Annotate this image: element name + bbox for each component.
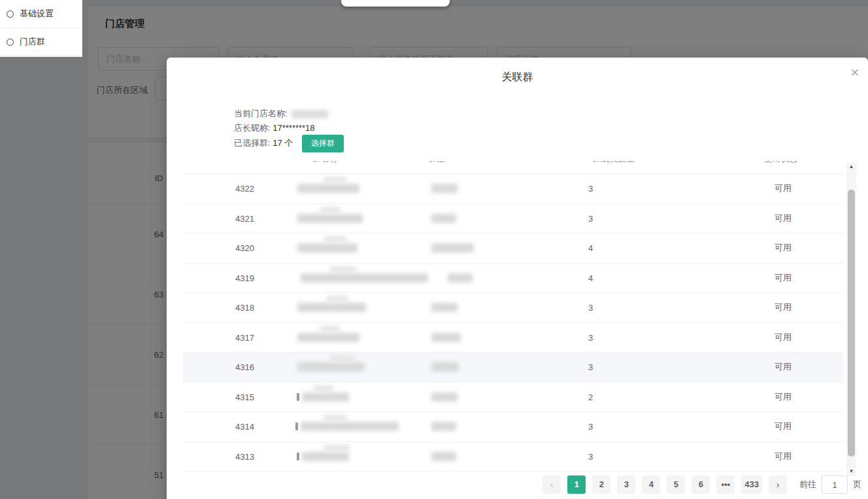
- page-button-433[interactable]: 433: [741, 475, 762, 494]
- pagination: ‹ 123456•••433 › 前往 页: [539, 475, 861, 494]
- next-page-button[interactable]: ›: [769, 475, 787, 494]
- redacted-group-name-line2: [330, 355, 355, 362]
- group-row: 43183可用: [183, 293, 843, 323]
- member-count-cell: 3: [588, 451, 593, 461]
- circle-icon: [7, 39, 14, 46]
- redacted-group-name-line2: [314, 385, 333, 392]
- redacted-group-name: [301, 273, 428, 283]
- page-button-6[interactable]: 6: [692, 475, 710, 494]
- dialog-title: 关联群: [167, 71, 868, 84]
- groups-table: ID群名称群主群成员数量使用状态 43223可用43213可用43204可用43…: [183, 161, 843, 472]
- groups-table-header-cell: 群名称: [312, 161, 338, 165]
- page-button-3[interactable]: 3: [617, 475, 635, 494]
- member-count-cell: 2: [588, 392, 593, 402]
- select-groups-button[interactable]: 选择群: [302, 135, 344, 152]
- redacted-group-owner: [431, 392, 458, 402]
- member-count-cell: 3: [588, 422, 593, 432]
- sidebar-item-store-groups[interactable]: 门店群: [0, 28, 82, 56]
- manager-label: 店长昵称:: [234, 123, 271, 133]
- status-cell: 可用: [775, 391, 792, 403]
- redacted-group-name-line2: [320, 326, 340, 332]
- groups-table-header: ID群名称群主群成员数量使用状态: [183, 161, 843, 174]
- status-cell: 可用: [775, 332, 792, 343]
- group-row: 43213可用: [183, 204, 843, 234]
- page-button-5[interactable]: 5: [667, 475, 685, 494]
- member-count-cell: 3: [588, 332, 593, 342]
- group-id-cell: 4314: [235, 422, 254, 432]
- redacted-group-name-line2: [330, 266, 356, 273]
- redacted-group-owner: [431, 333, 461, 342]
- status-cell: 可用: [775, 272, 792, 284]
- redacted-group-owner: [431, 184, 458, 193]
- redacted-group-owner: [431, 362, 459, 371]
- redacted-group-name-line2: [327, 296, 348, 302]
- more-pages-button[interactable]: •••: [716, 475, 735, 494]
- redacted-group-name: [302, 392, 349, 402]
- circle-icon: [7, 10, 14, 18]
- group-row: 43143可用: [183, 412, 843, 442]
- group-id-cell: 4315: [235, 392, 254, 402]
- page-button-2[interactable]: 2: [592, 475, 610, 494]
- table-scrollbar[interactable]: ▲ ▼: [846, 162, 856, 476]
- group-row: 43133可用: [183, 442, 843, 472]
- group-id-cell: 4313: [235, 451, 254, 461]
- group-row: 43152可用: [183, 383, 843, 413]
- sidebar-item-label: 基础设置: [20, 8, 54, 20]
- goto-label: 前往: [799, 479, 816, 490]
- goto-page: 前往 页: [799, 475, 861, 494]
- groups-table-header-cell: 使用状态: [763, 161, 797, 165]
- redacted-group-owner: [431, 214, 456, 223]
- redacted-group-owner: [448, 273, 473, 283]
- member-count-cell: 3: [588, 213, 593, 223]
- page-button-4[interactable]: 4: [642, 475, 660, 494]
- member-count-cell: 4: [588, 243, 593, 253]
- sidebar-item-basic-settings[interactable]: 基础设置: [0, 0, 82, 28]
- redacted-group-name: [297, 362, 365, 371]
- redacted-group-name: [297, 214, 363, 223]
- redacted-group-name: [297, 184, 359, 193]
- dialog-info-block: 当前门店名称: 店长昵称: 17*******18 已选择群: 17 个 选择群: [234, 107, 344, 152]
- current-store-line: 当前门店名称:: [234, 107, 344, 121]
- prev-page-button[interactable]: ‹: [542, 475, 561, 494]
- redacted-group-name: [301, 422, 399, 431]
- redacted-group-owner: [431, 243, 474, 252]
- redacted-group-owner: [431, 303, 458, 312]
- group-id-cell: 4317: [235, 332, 254, 342]
- selected-groups-label: 已选择群:: [234, 138, 271, 148]
- redacted-group-name: [297, 303, 366, 312]
- scroll-down-icon[interactable]: ▼: [846, 467, 856, 476]
- group-id-cell: 4321: [235, 213, 254, 223]
- redacted-group-name-line2: [320, 207, 340, 213]
- scrollbar-thumb[interactable]: [848, 190, 855, 456]
- group-row: 43223可用: [183, 174, 843, 204]
- redacted-name-fragment: [295, 422, 298, 430]
- group-row: 43194可用: [183, 264, 843, 294]
- redacted-group-owner: [431, 452, 456, 461]
- groups-table-header-cell: 群主: [428, 161, 445, 165]
- group-id-cell: 4320: [235, 243, 254, 253]
- close-icon[interactable]: ✕: [850, 67, 860, 78]
- groups-table-header-cell: 群成员数量: [592, 161, 635, 165]
- group-id-cell: 4318: [235, 303, 254, 313]
- group-row: 43204可用: [183, 233, 843, 264]
- groups-table-header-cell: ID: [235, 161, 244, 163]
- redacted-group-name-line2: [324, 177, 346, 183]
- scroll-up-icon[interactable]: ▲: [846, 162, 856, 171]
- manager-line: 店长昵称: 17*******18: [234, 121, 344, 135]
- status-cell: 可用: [775, 301, 792, 313]
- goto-unit-label: 页: [853, 479, 861, 490]
- group-id-cell: 4319: [235, 273, 254, 283]
- status-cell: 可用: [775, 451, 792, 462]
- goto-page-input[interactable]: [822, 475, 848, 494]
- page-button-1[interactable]: 1: [567, 475, 586, 494]
- status-cell: 可用: [775, 213, 792, 224]
- redacted-name-fragment: [297, 393, 299, 401]
- sidebar: 基础设置 门店群: [0, 0, 82, 57]
- redacted-name-fragment: [297, 453, 299, 460]
- redacted-group-name-line2: [324, 236, 346, 243]
- manager-nickname: 17*******18: [273, 123, 314, 133]
- group-id-cell: 4322: [235, 184, 254, 194]
- status-cell: 可用: [775, 421, 792, 432]
- selected-groups-count: 17 个: [273, 138, 293, 148]
- app-canvas: 门店管理 门店所在区域 ID 6463626151 基础设置 门店群 关联群 ✕: [0, 0, 868, 499]
